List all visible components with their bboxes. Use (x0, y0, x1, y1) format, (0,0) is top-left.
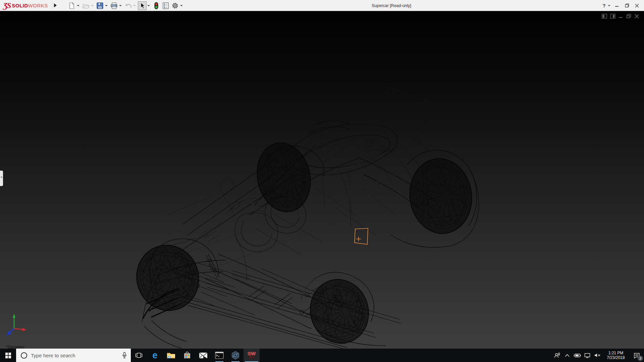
file-properties-icon (162, 2, 169, 9)
standard-toolbar (67, 0, 184, 11)
document-title: Supercar [Read-only] (372, 0, 411, 11)
file-explorer-button[interactable] (163, 349, 179, 362)
close-button[interactable] (633, 1, 641, 10)
doc-close-icon[interactable] (635, 14, 639, 19)
action-center-button[interactable]: 3 (629, 349, 644, 362)
notification-badge: 3 (638, 356, 643, 361)
new-caret-icon[interactable] (77, 5, 79, 6)
restore-button[interactable] (623, 1, 631, 10)
undo-icon (124, 3, 132, 9)
rebuild-button[interactable] (152, 1, 161, 10)
taskbar-clock[interactable]: 1:21 PM 7/23/2018 (604, 351, 628, 360)
show-pane-right-icon[interactable] (610, 14, 615, 19)
brand-text-works: WORKS (28, 3, 48, 8)
car-wheels (128, 138, 476, 349)
options-gear-icon (171, 2, 179, 9)
minimize-icon (615, 4, 619, 8)
microphone-icon[interactable] (122, 352, 127, 359)
open-caret-icon (91, 5, 94, 6)
save-button[interactable] (96, 1, 104, 10)
help-caret-icon[interactable] (608, 5, 610, 6)
file-explorer-icon (167, 352, 175, 359)
hexagon-app-button[interactable] (227, 349, 244, 362)
people-button[interactable] (552, 349, 562, 362)
sw-label: SW (247, 351, 256, 356)
save-floppy-icon (97, 2, 103, 9)
clock-time: 1:21 PM (604, 351, 628, 355)
mail-icon (199, 352, 208, 359)
options-caret-icon[interactable] (180, 5, 183, 6)
x-axis-arrowhead (22, 328, 26, 331)
traffic-light-icon (154, 2, 158, 9)
solidworks-2017-button[interactable]: SW 2017 (244, 349, 260, 362)
divider (52, 1, 52, 10)
taskbar-search[interactable] (16, 349, 131, 362)
open-folder-icon (82, 3, 90, 9)
battery-icon (574, 353, 581, 358)
tab-handle-dot (1, 176, 2, 178)
undo-caret-icon (133, 5, 136, 6)
select-cursor-icon (140, 2, 145, 9)
help-button[interactable]: ? (600, 1, 608, 10)
command-prompt-icon (215, 352, 224, 359)
restore-icon (625, 3, 629, 8)
people-icon (554, 352, 560, 358)
y-axis-arrowhead (13, 314, 15, 318)
volume-button[interactable] (592, 349, 602, 362)
solidworks-logo-icon: ƷS (3, 1, 10, 10)
system-tray: 1:21 PM 7/23/2018 3 (552, 349, 644, 362)
print-icon (110, 2, 118, 9)
task-view-button[interactable] (131, 349, 147, 362)
chevron-up-icon (565, 354, 570, 357)
menu-flyout-arrow-icon[interactable] (54, 3, 57, 7)
solidworks-2017-icon: SW 2017 (247, 351, 256, 360)
document-window-controls (602, 14, 639, 19)
battery-button[interactable] (572, 349, 582, 362)
command-prompt-button[interactable] (211, 349, 227, 362)
open-button[interactable] (82, 1, 90, 10)
select-button[interactable] (138, 1, 147, 10)
close-icon (635, 4, 639, 8)
store-button[interactable] (179, 349, 195, 362)
feature-manager-collapsed-tab[interactable] (0, 171, 3, 186)
network-button[interactable] (582, 349, 592, 362)
cortana-icon[interactable] (21, 352, 27, 359)
sw-year: 2017 (247, 356, 256, 358)
windows-logo-icon (5, 353, 11, 358)
window-controls: ? (600, 0, 641, 11)
brand-text-solid: SOLID (12, 3, 28, 8)
tray-overflow-button[interactable] (562, 349, 572, 362)
clock-date: 7/23/2018 (604, 355, 628, 360)
doc-minimize-icon[interactable] (619, 14, 623, 19)
orientation-triad (4, 312, 32, 337)
search-input[interactable] (31, 353, 111, 358)
edge-icon: e (152, 350, 157, 361)
hexagon-app-icon (231, 351, 240, 360)
store-icon (183, 351, 191, 359)
print-button[interactable] (110, 1, 118, 10)
minimize-button[interactable] (612, 1, 621, 10)
show-pane-left-icon[interactable] (602, 14, 607, 19)
select-caret-icon[interactable] (147, 5, 150, 6)
title-bar: ƷS SOLID WORKS (0, 0, 644, 11)
new-document-icon (69, 2, 75, 9)
print-caret-icon[interactable] (119, 5, 122, 6)
volume-muted-icon (594, 353, 601, 358)
doc-restore-icon[interactable] (626, 14, 632, 19)
windows-taskbar: e (0, 349, 644, 362)
solidworks-logo: ƷS SOLID WORKS (3, 0, 48, 11)
save-caret-icon[interactable] (105, 5, 108, 6)
new-document-button[interactable] (67, 1, 76, 10)
undo-button (124, 1, 132, 10)
edge-button[interactable]: e (147, 349, 163, 362)
view-orientation-label: *Dimetric (6, 345, 24, 349)
start-button[interactable] (0, 349, 16, 362)
taskbar-apps: e (131, 349, 260, 362)
graphics-area[interactable]: *Dimetric (0, 11, 644, 349)
model-wireframe-supercar[interactable] (0, 11, 644, 349)
file-properties-button[interactable] (161, 1, 170, 10)
network-icon (584, 353, 590, 358)
options-button[interactable] (171, 1, 179, 10)
task-view-icon (135, 352, 143, 359)
mail-button[interactable] (195, 349, 211, 362)
